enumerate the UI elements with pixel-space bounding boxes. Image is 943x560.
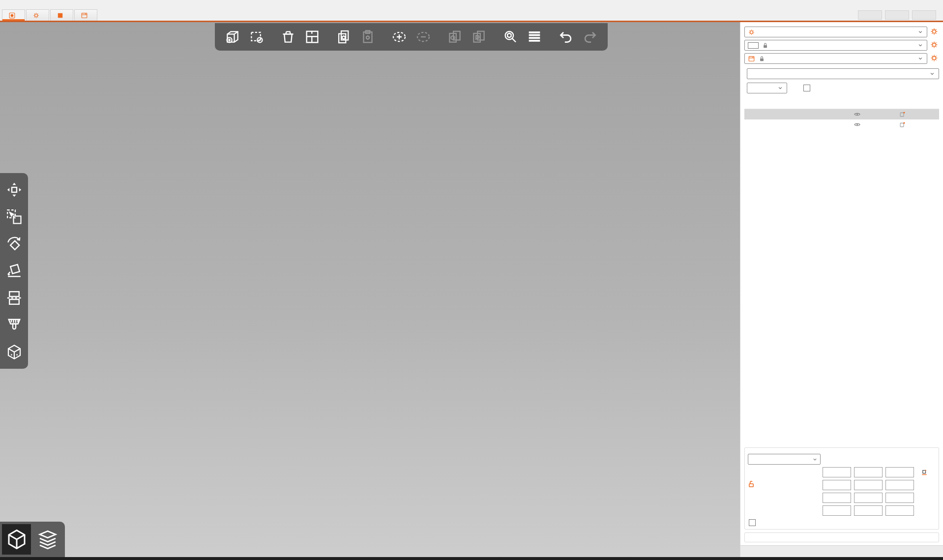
- add-icon: [224, 29, 241, 45]
- menu-file[interactable]: [3, 4, 12, 6]
- rotate-x-input[interactable]: [823, 480, 851, 490]
- rotate-z-input[interactable]: [885, 480, 914, 490]
- window-bottom-edge: [0, 557, 943, 560]
- tab-bar: [0, 9, 943, 22]
- add-instance-button[interactable]: [389, 27, 409, 47]
- mode-advanced-button[interactable]: [885, 10, 909, 20]
- filament-combo[interactable]: [744, 40, 927, 51]
- redo-button[interactable]: [580, 27, 600, 47]
- object-manipulation-panel: [744, 447, 939, 530]
- move-tool-button[interactable]: [4, 180, 24, 200]
- supports-combo[interactable]: [747, 68, 939, 79]
- menu-help[interactable]: [52, 4, 61, 6]
- seam-dice-icon: [5, 343, 23, 361]
- position-y-input[interactable]: [854, 467, 883, 477]
- trash-icon: [280, 29, 296, 45]
- size-z-input[interactable]: [885, 505, 914, 516]
- split-to-objects-icon: [446, 29, 463, 45]
- infill-combo[interactable]: [747, 83, 787, 93]
- undo-button[interactable]: [556, 27, 576, 47]
- object-list: [744, 99, 939, 130]
- add-button[interactable]: [223, 27, 242, 47]
- printer-combo[interactable]: [744, 53, 927, 64]
- position-z-input[interactable]: [885, 467, 914, 477]
- split-to-objects-button[interactable]: [445, 27, 465, 47]
- printer-icon: [748, 55, 755, 62]
- edit-object-icon[interactable]: [899, 111, 906, 118]
- tab-print-settings[interactable]: [26, 9, 49, 21]
- build-plate-scene[interactable]: [0, 22, 740, 560]
- eye-icon[interactable]: [854, 111, 861, 118]
- filament-color-swatch: [748, 42, 759, 49]
- arrange-icon: [304, 29, 321, 45]
- scale-x-input[interactable]: [823, 493, 851, 503]
- right-sidebar: [740, 22, 943, 560]
- copy-button[interactable]: [334, 27, 354, 47]
- variable-layer-height-button[interactable]: [525, 27, 544, 47]
- rotate-tool-button[interactable]: [4, 234, 24, 254]
- inches-checkbox[interactable]: [749, 519, 756, 526]
- delete-all-button[interactable]: [278, 27, 298, 47]
- tab-plater[interactable]: [2, 9, 25, 21]
- paint-supports-tool-button[interactable]: [4, 315, 24, 335]
- remove-instance-button[interactable]: [413, 27, 433, 47]
- copy-icon: [335, 29, 352, 45]
- cut-tool-button[interactable]: [4, 288, 24, 308]
- uniform-scale-lock-icon[interactable]: [747, 479, 756, 488]
- tab-printer-settings[interactable]: [74, 9, 97, 21]
- edit-filament-button[interactable]: [929, 40, 939, 50]
- arrange-button[interactable]: [302, 27, 322, 47]
- mode-switcher: [858, 9, 943, 21]
- menu-configuration[interactable]: [42, 4, 51, 6]
- mode-expert-button[interactable]: [912, 10, 936, 20]
- menu-edit[interactable]: [13, 4, 22, 6]
- paste-button[interactable]: [358, 27, 378, 47]
- add-instance-icon: [391, 29, 408, 45]
- scale-tool-button[interactable]: [4, 207, 24, 227]
- filament-icon: [57, 12, 64, 19]
- menu-window[interactable]: [23, 4, 31, 6]
- coordinates-select[interactable]: [748, 454, 821, 465]
- drop-to-bed-icon[interactable]: [921, 469, 928, 476]
- cut-icon: [5, 289, 23, 307]
- mode-simple-button[interactable]: [858, 10, 882, 20]
- rotate-icon: [5, 235, 23, 253]
- scale-y-input[interactable]: [854, 493, 883, 503]
- scale-z-input[interactable]: [885, 493, 914, 503]
- object-row-flower-pot-raiser-simple[interactable]: [744, 119, 939, 130]
- size-y-input[interactable]: [854, 505, 883, 516]
- gear-icon: [930, 27, 939, 36]
- scale-icon: [5, 208, 23, 226]
- plater-icon: [8, 12, 16, 19]
- edit-printer-button[interactable]: [929, 54, 939, 63]
- search-button[interactable]: [501, 27, 520, 47]
- redo-icon: [582, 29, 598, 45]
- lock-icon: [758, 55, 766, 62]
- tab-filament-settings[interactable]: [50, 9, 73, 21]
- place-on-face-icon: [5, 262, 23, 280]
- rotate-y-input[interactable]: [854, 480, 883, 490]
- 3d-editor-view-button[interactable]: [2, 524, 31, 555]
- chevron-down-icon: [777, 85, 784, 91]
- delete-button[interactable]: [247, 27, 266, 47]
- printer-icon: [81, 12, 88, 19]
- lock-icon: [762, 42, 769, 49]
- edit-print-settings-button[interactable]: [929, 27, 939, 37]
- preview-button[interactable]: [33, 524, 62, 555]
- object-row-flower-pot-raiser[interactable]: [744, 109, 939, 119]
- brim-checkbox[interactable]: [803, 85, 810, 91]
- seam-painting-tool-button[interactable]: [4, 342, 24, 362]
- edit-object-icon[interactable]: [899, 121, 906, 128]
- place-on-face-tool-button[interactable]: [4, 261, 24, 281]
- info-panel: [744, 532, 939, 542]
- print-settings-combo[interactable]: [744, 27, 927, 37]
- chevron-down-icon: [812, 456, 818, 463]
- variable-layer-height-icon: [526, 29, 543, 45]
- 3d-viewport[interactable]: [0, 22, 740, 560]
- size-x-input[interactable]: [823, 505, 851, 516]
- split-to-parts-button[interactable]: [469, 27, 489, 47]
- eye-icon[interactable]: [854, 121, 861, 128]
- move-icon: [5, 181, 23, 199]
- position-x-input[interactable]: [823, 467, 851, 477]
- menu-view[interactable]: [32, 4, 41, 6]
